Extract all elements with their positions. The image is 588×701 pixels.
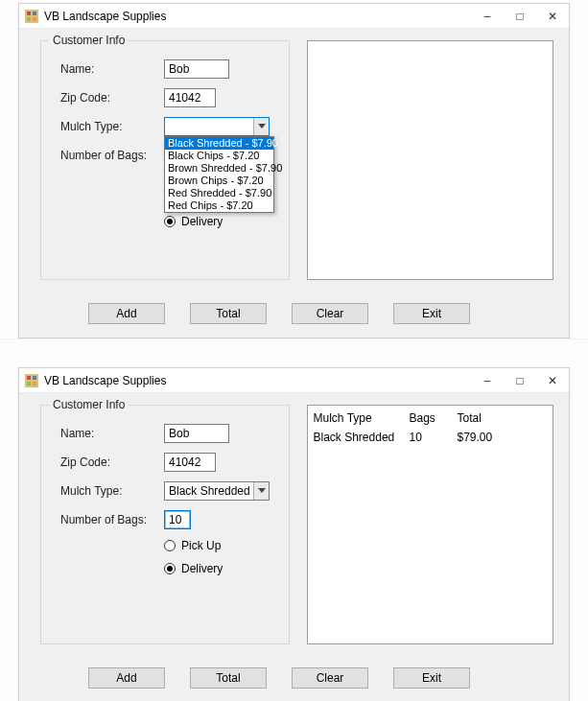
window-1: VB Landscape Supplies – □ ✕ Customer Inf… <box>18 3 570 339</box>
window-controls: – □ ✕ <box>471 4 569 29</box>
close-button[interactable]: ✕ <box>536 368 569 393</box>
radio-icon <box>164 563 176 574</box>
groupbox-title: Customer Info <box>49 34 129 47</box>
window-2: VB Landscape Supplies – □ ✕ Customer Inf… <box>18 367 570 701</box>
results-cell-mulch: Black Shredded <box>314 431 410 444</box>
results-row: Black Shredded 10 $79.00 <box>314 431 547 444</box>
mulch-type-dropdown[interactable]: Black Shredded - $7.90 Black Chips - $7.… <box>164 136 274 213</box>
svg-rect-3 <box>27 17 31 21</box>
maximize-button[interactable]: □ <box>504 4 536 29</box>
delivery-radio-label: Delivery <box>181 562 223 575</box>
results-header-bags: Bags <box>410 411 458 425</box>
mulch-type-combobox[interactable]: Black Shredded - $7.90 <box>164 481 270 501</box>
exit-button[interactable]: Exit <box>393 667 470 689</box>
bags-label: Number of Bags: <box>60 513 164 526</box>
name-label: Name: <box>60 427 164 440</box>
pickup-radio-label: Pick Up <box>181 539 221 552</box>
svg-rect-6 <box>27 376 31 380</box>
zip-label: Zip Code: <box>60 91 164 105</box>
results-header-row: Mulch Type Bags Total <box>314 411 547 425</box>
dropdown-option[interactable]: Red Shredded - $7.90 <box>165 187 273 199</box>
total-button[interactable]: Total <box>190 667 267 689</box>
results-header-total: Total <box>458 411 534 425</box>
minimize-button[interactable]: – <box>471 4 504 29</box>
radio-icon <box>164 540 176 551</box>
dropdown-option[interactable]: Black Shredded - $7.90 <box>165 137 273 150</box>
maximize-button[interactable]: □ <box>504 368 536 393</box>
exit-button[interactable]: Exit <box>393 303 470 324</box>
zip-label: Zip Code: <box>60 456 164 469</box>
minimize-button[interactable]: – <box>471 368 504 393</box>
dropdown-option[interactable]: Brown Shredded - $7.90 <box>165 162 273 175</box>
titlebar[interactable]: VB Landscape Supplies – □ ✕ <box>19 4 569 29</box>
total-button[interactable]: Total <box>190 303 267 324</box>
svg-rect-9 <box>33 382 36 386</box>
customer-info-groupbox: Customer Info Name: Zip Code: Mulch Type… <box>40 40 290 280</box>
pickup-radio[interactable]: Pick Up <box>164 538 275 553</box>
mulch-type-label: Mulch Type: <box>60 120 164 133</box>
delivery-radio[interactable]: Delivery <box>164 214 275 229</box>
clear-button[interactable]: Clear <box>292 667 368 689</box>
results-cell-total: $79.00 <box>458 431 534 444</box>
mulch-type-combobox[interactable]: Black Shredded - $7.90 Black Chips - $7.… <box>164 117 270 136</box>
radio-icon <box>164 216 176 227</box>
name-input[interactable] <box>164 424 229 443</box>
window-controls: – □ ✕ <box>471 368 569 393</box>
results-cell-bags: 10 <box>410 431 458 444</box>
bags-input[interactable] <box>164 510 191 529</box>
chevron-down-icon[interactable] <box>253 482 269 500</box>
svg-rect-7 <box>33 376 36 380</box>
svg-rect-4 <box>33 17 36 21</box>
delivery-radio[interactable]: Delivery <box>164 561 275 576</box>
mulch-type-label: Mulch Type: <box>60 484 164 498</box>
clear-button[interactable]: Clear <box>292 303 368 324</box>
svg-rect-8 <box>27 382 31 386</box>
add-button[interactable]: Add <box>88 667 165 689</box>
zip-input[interactable] <box>164 453 216 472</box>
app-icon <box>25 10 38 23</box>
dropdown-option[interactable]: Black Chips - $7.20 <box>165 150 273 162</box>
app-icon <box>25 374 38 387</box>
chevron-down-icon[interactable] <box>253 118 269 135</box>
groupbox-title: Customer Info <box>49 398 129 411</box>
dropdown-option[interactable]: Brown Chips - $7.20 <box>165 175 273 187</box>
window-title: VB Landscape Supplies <box>44 374 166 387</box>
bags-label: Number of Bags: <box>60 149 164 162</box>
titlebar[interactable]: VB Landscape Supplies – □ ✕ <box>19 368 569 393</box>
dropdown-option[interactable]: Red Chips - $7.20 <box>165 199 273 212</box>
name-input[interactable] <box>164 59 229 79</box>
results-panel: Mulch Type Bags Total Black Shredded 10 … <box>307 405 553 644</box>
mulch-type-selected-text: Black Shredded - $7.90 <box>165 484 253 498</box>
zip-input[interactable] <box>164 88 216 107</box>
delivery-radio-label: Delivery <box>181 215 223 228</box>
window-title: VB Landscape Supplies <box>44 10 166 23</box>
svg-rect-1 <box>27 12 31 15</box>
customer-info-groupbox: Customer Info Name: Zip Code: Mulch Type… <box>40 405 290 644</box>
results-header-mulch: Mulch Type <box>314 411 410 425</box>
add-button[interactable]: Add <box>88 303 165 324</box>
name-label: Name: <box>60 62 164 76</box>
results-panel <box>307 40 553 280</box>
close-button[interactable]: ✕ <box>536 4 569 29</box>
svg-rect-2 <box>33 12 36 15</box>
